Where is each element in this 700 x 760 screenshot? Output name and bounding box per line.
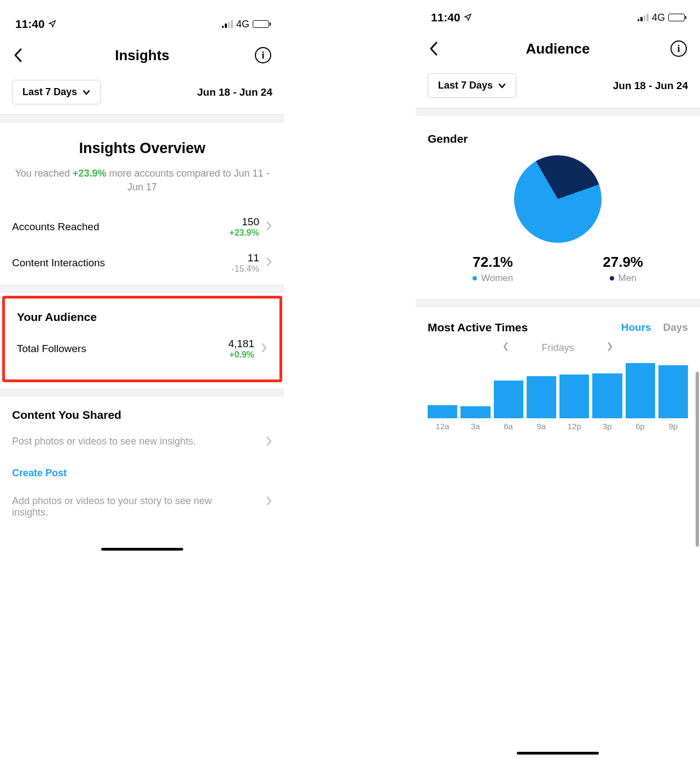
bar <box>428 405 457 418</box>
your-audience-highlight: Your Audience Total Followers 4,181 +0.9… <box>2 296 282 382</box>
bar-column: 3p <box>592 373 622 431</box>
nav-header: Insights i <box>0 34 284 80</box>
audience-screen: 11:40 4G Audience i Last 7 Days Jun 18 -… <box>416 0 700 760</box>
bar-column: 12a <box>428 405 457 431</box>
active-times-section: Most Active Times Hours Days Fridays 12a… <box>416 307 700 436</box>
bar-column: 9p <box>658 365 688 431</box>
chevron-right-icon <box>261 342 267 355</box>
date-filter-label: Last 7 Days <box>22 86 77 98</box>
bar <box>658 365 688 418</box>
signal-icon <box>222 20 233 28</box>
nav-header: Audience i <box>416 27 700 73</box>
date-filter-label: Last 7 Days <box>438 80 493 91</box>
audience-heading: Your Audience <box>5 299 279 327</box>
bar-label: 9p <box>669 422 678 431</box>
bar <box>626 363 655 418</box>
chevron-down-icon <box>498 80 506 91</box>
chevron-right-icon <box>266 220 272 233</box>
bar-label: 3p <box>603 422 612 431</box>
content-interactions-row[interactable]: Content Interactions 11 -15.4% <box>0 249 284 285</box>
section-divider <box>0 115 284 122</box>
page-title: Audience <box>416 40 700 57</box>
status-bar: 11:40 4G <box>0 7 284 34</box>
bar-label: 6p <box>635 422 645 431</box>
status-bar: 11:40 4G <box>416 0 700 27</box>
bar-label: 12p <box>568 422 581 431</box>
location-icon <box>464 11 472 24</box>
section-divider <box>0 389 284 396</box>
bar-label: 3a <box>471 422 480 431</box>
page-title: Insights <box>0 47 284 64</box>
metric-label: Accounts Reached <box>12 221 100 233</box>
metric-delta: +0.9% <box>228 350 254 360</box>
overview-summary: You reached +23.9% more accounts compare… <box>12 167 272 194</box>
date-range: Jun 18 - Jun 24 <box>613 80 688 92</box>
prev-day-button[interactable] <box>503 342 509 354</box>
home-indicator <box>101 548 183 551</box>
content-shared-heading: Content You Shared <box>0 396 284 425</box>
overview-heading: Insights Overview <box>12 140 272 157</box>
create-post-link[interactable]: Create Post <box>0 460 79 480</box>
date-range: Jun 18 - Jun 24 <box>197 86 272 98</box>
gender-women: 72.1% Women <box>472 254 513 284</box>
bar <box>527 376 556 418</box>
filter-row: Last 7 Days Jun 18 - Jun 24 <box>0 80 284 115</box>
home-indicator <box>517 752 599 755</box>
gender-heading: Gender <box>428 132 688 145</box>
story-insights-row[interactable]: Add photos or videos to your story to se… <box>0 480 284 529</box>
post-hint: Post photos or videos to see new insight… <box>12 436 196 447</box>
chevron-right-icon <box>266 495 272 508</box>
date-filter[interactable]: Last 7 Days <box>428 73 516 98</box>
content-you-shared: Content You Shared Post photos or videos… <box>0 396 284 538</box>
signal-icon <box>638 14 649 21</box>
hours-days-toggle: Hours Days <box>621 321 688 334</box>
battery-icon <box>668 14 685 21</box>
women-pct: 72.1% <box>472 254 513 271</box>
bar-label: 6a <box>504 422 513 431</box>
bar-column: 3a <box>460 406 490 431</box>
accounts-reached-row[interactable]: Accounts Reached 150 +23.9% <box>0 205 284 249</box>
dot-icon <box>610 276 614 280</box>
dot-icon <box>472 276 477 280</box>
section-divider <box>0 285 284 293</box>
gender-pie-chart <box>514 155 602 243</box>
metric-label: Total Followers <box>17 343 86 355</box>
total-followers-row[interactable]: Total Followers 4,181 +0.9% <box>5 327 279 371</box>
network-label: 4G <box>652 12 665 24</box>
status-time: 11:40 <box>431 11 460 24</box>
bar <box>494 381 523 418</box>
section-divider <box>416 299 700 307</box>
insights-overview: Insights Overview You reached +23.9% mor… <box>0 122 284 205</box>
bar-column: 12p <box>559 375 589 431</box>
day-label: Fridays <box>541 342 574 354</box>
scrollbar[interactable] <box>696 372 699 547</box>
metric-delta: -15.4% <box>231 264 259 274</box>
chevron-right-icon <box>266 436 272 449</box>
insights-screen: 11:40 4G Insights i Last 7 Days Jun 18 -… <box>0 0 284 760</box>
status-time: 11:40 <box>15 17 45 31</box>
bar-column: 9a <box>527 376 556 431</box>
metric-value: 4,181 <box>228 338 254 350</box>
men-pct: 27.9% <box>603 254 643 271</box>
active-times-chart: 12a3a6a9a12p3p6p9p <box>428 365 688 431</box>
bar <box>592 373 622 419</box>
story-hint: Add photos or videos to your story to se… <box>12 495 220 518</box>
network-label: 4G <box>236 19 249 30</box>
chevron-down-icon <box>83 86 90 98</box>
date-filter[interactable]: Last 7 Days <box>12 80 101 104</box>
bar-label: 9a <box>537 422 546 431</box>
gender-men: 27.9% Men <box>603 254 643 284</box>
gender-section: Gender 72.1% Women 27.9% Men <box>416 116 700 299</box>
location-icon <box>48 17 56 31</box>
toggle-days[interactable]: Days <box>663 321 688 334</box>
metric-value: 150 <box>229 216 259 228</box>
filter-row: Last 7 Days Jun 18 - Jun 24 <box>416 73 700 108</box>
next-day-button[interactable] <box>607 342 613 354</box>
bar-column: 6p <box>626 363 655 431</box>
section-divider <box>416 108 700 116</box>
bar-column: 6a <box>494 381 523 431</box>
toggle-hours[interactable]: Hours <box>621 321 651 334</box>
metric-delta: +23.9% <box>229 228 259 238</box>
day-navigator: Fridays <box>428 342 688 354</box>
post-insights-row[interactable]: Post photos or videos to see new insight… <box>0 425 284 460</box>
